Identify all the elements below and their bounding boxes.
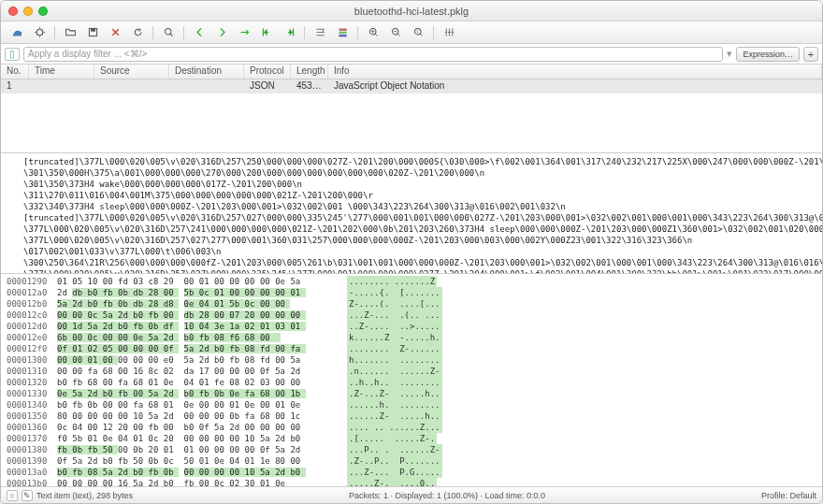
- status-text-center: Packets: 1 · Displayed: 1 (100.0%) · Loa…: [138, 491, 756, 500]
- cell-source: [94, 79, 169, 94]
- col-header-protocol[interactable]: Protocol: [244, 65, 291, 79]
- hex-row[interactable]: 000012a0 2d db b0 fb 0b db 28 00 5b 0c 0…: [7, 287, 816, 298]
- find-icon[interactable]: [158, 24, 179, 41]
- shark-fin-icon[interactable]: [7, 24, 27, 41]
- capture-file-icon[interactable]: ✎: [22, 490, 33, 501]
- cell-info: JavaScript Object Notation: [328, 79, 822, 94]
- packet-row[interactable]: 1 JSON 453… JavaScript Object Notation: [1, 79, 822, 94]
- hex-row[interactable]: 000013a0 b0 fb 08 5a 2d b0 fb 0b 00 00 0…: [7, 467, 816, 478]
- detail-line[interactable]: \377L\000\020\005\v\020\316D\257\027\277…: [23, 235, 811, 246]
- cell-destination: [169, 79, 244, 94]
- col-header-no[interactable]: No.: [1, 65, 29, 79]
- packet-details-pane[interactable]: [truncated]\377L\000\020\005\v\020\316D\…: [1, 152, 822, 273]
- detail-line[interactable]: \017\002\001\033\v\377L\000\t\006\003\n: [23, 246, 811, 257]
- svg-rect-4: [339, 28, 346, 30]
- window-title: bluetoothd-hci-latest.pklg: [1, 6, 822, 17]
- packet-list-header: No. Time Source Destination Protocol Len…: [1, 65, 822, 79]
- expert-info-icon[interactable]: ○: [7, 490, 18, 501]
- svg-point-0: [36, 29, 43, 36]
- filter-dropdown-icon[interactable]: ▾: [727, 48, 732, 60]
- svg-rect-2: [91, 28, 95, 31]
- go-first-icon[interactable]: [256, 24, 277, 41]
- col-header-time[interactable]: Time: [29, 65, 94, 79]
- display-filter-input[interactable]: [23, 47, 723, 62]
- hex-dump-pane[interactable]: 00001290 01 05 10 00 fd 03 c8 29 00 01 0…: [1, 273, 822, 486]
- svg-rect-6: [339, 35, 346, 36]
- hex-row[interactable]: 00001300 00 00 01 00 00 00 00 e0 5a 2d b…: [7, 354, 816, 366]
- detail-line[interactable]: \300\250\364\21R\256\000\000\000\000fZ-\…: [23, 257, 811, 268]
- titlebar: bluetoothd-hci-latest.pklg: [1, 1, 822, 22]
- save-icon[interactable]: [82, 24, 103, 41]
- hex-row[interactable]: 00001290 01 05 10 00 fd 03 c8 29 00 01 0…: [7, 276, 816, 287]
- hex-row[interactable]: 000013b0 00 00 00 00 16 5a 2d b0 fb 00 0…: [7, 478, 816, 486]
- status-text-right[interactable]: Profile: Default: [761, 491, 816, 500]
- go-back-icon[interactable]: [189, 24, 209, 41]
- hex-row[interactable]: 00001340 b0 fb 0b 00 00 fa 68 01 0e 00 0…: [7, 399, 816, 410]
- hex-row[interactable]: 00001370 f0 5b 01 0e 04 01 0c 20 00 00 0…: [7, 433, 816, 444]
- col-header-info[interactable]: Info: [328, 65, 822, 79]
- hex-row[interactable]: 00001320 b0 fb 68 00 fa 68 01 0e 04 01 f…: [7, 377, 816, 388]
- packet-list-empty: [1, 94, 822, 152]
- detail-line[interactable]: [truncated]\377L\000\020\005\v\020\316D\…: [23, 156, 811, 167]
- add-filter-button[interactable]: +: [803, 47, 818, 62]
- go-last-icon[interactable]: [279, 24, 299, 41]
- cell-protocol: JSON: [244, 79, 291, 94]
- detail-line[interactable]: \301\350\373H4 wake\000\000\000\000\017Z…: [23, 179, 811, 190]
- hex-row[interactable]: 000012c0 00 00 0c 5a 2d b0 fb 00 db 28 0…: [7, 310, 816, 321]
- detail-line[interactable]: \311\270\011\016\004\001M\375\000\000\00…: [23, 190, 811, 201]
- zoom-out-icon[interactable]: [385, 24, 406, 41]
- cell-time: [29, 79, 94, 94]
- open-file-icon[interactable]: [60, 24, 80, 41]
- status-text-left: Text item (text), 298 bytes: [36, 491, 133, 500]
- resize-columns-icon[interactable]: [439, 24, 459, 41]
- go-forward-icon[interactable]: [211, 24, 232, 41]
- hex-row[interactable]: 00001360 0c 04 00 12 20 00 fb 00 b0 0f 5…: [7, 422, 816, 433]
- svg-text:1: 1: [416, 29, 419, 34]
- hex-row[interactable]: 00001330 0e 5a 2d b0 fb 00 5a 2d b0 fb 0…: [7, 388, 816, 399]
- cell-no: 1: [1, 79, 29, 94]
- hex-row[interactable]: 000012b0 5a 2d b0 fb 0b db 28 d8 0e 04 0…: [7, 298, 816, 310]
- hex-row[interactable]: 00001310 00 00 fa 68 00 16 8c 02 da 17 0…: [7, 366, 816, 377]
- cell-length: 453…: [291, 79, 328, 94]
- svg-rect-5: [339, 32, 346, 34]
- hex-row[interactable]: 000012d0 00 1d 5a 2d b0 fb 0b df 10 04 3…: [7, 321, 816, 332]
- main-toolbar: 1: [1, 22, 822, 44]
- close-file-icon[interactable]: [105, 24, 125, 41]
- zoom-reset-icon[interactable]: 1: [408, 24, 428, 41]
- detail-line[interactable]: [truncated]\377L\000\020\005\v\020\316D\…: [23, 212, 811, 223]
- col-header-source[interactable]: Source: [94, 65, 169, 79]
- status-bar: ○ ✎ Text item (text), 298 bytes Packets:…: [1, 486, 822, 503]
- hex-row[interactable]: 00001380 fb 0b fb 50 00 0b 20 01 01 00 0…: [7, 444, 816, 455]
- app-window: bluetoothd-hci-latest.pklg 1 ▯ ▾ Express…: [0, 0, 823, 504]
- detail-line[interactable]: \301\350\000H\375\a\001\000\000\000\270\…: [23, 167, 811, 179]
- hex-row[interactable]: 00001390 0f 5a 2d b0 fb 50 0b 0c 50 01 0…: [7, 455, 816, 467]
- bookmark-filter-icon[interactable]: ▯: [5, 48, 20, 61]
- zoom-in-icon[interactable]: [363, 24, 383, 41]
- hex-row[interactable]: 000012e0 6b 00 0c 00 00 0e 5a 2d b0 fb 0…: [7, 332, 816, 343]
- packet-list-pane: No. Time Source Destination Protocol Len…: [1, 65, 822, 152]
- detail-line[interactable]: \377L\000\020\005\v\020\316D\257\241\000…: [23, 223, 811, 235]
- capture-options-icon[interactable]: [29, 24, 50, 41]
- col-header-destination[interactable]: Destination: [169, 65, 244, 79]
- col-header-length[interactable]: Length: [291, 65, 328, 79]
- hex-row[interactable]: 00001350 80 00 00 00 00 10 5a 2d 00 00 0…: [7, 410, 816, 422]
- auto-scroll-icon[interactable]: [310, 24, 330, 41]
- hex-row[interactable]: 000012f0 0f 01 02 05 00 00 00 0f 5a 2d b…: [7, 343, 816, 354]
- filter-bar: ▯ ▾ Expression… +: [1, 44, 822, 65]
- reload-icon[interactable]: [127, 24, 148, 41]
- detail-line[interactable]: \332\340\373H4 sleep\000\000\000Z-\201\2…: [23, 201, 811, 212]
- svg-point-3: [165, 28, 171, 35]
- expression-button[interactable]: Expression…: [736, 47, 800, 62]
- go-to-packet-icon[interactable]: [234, 24, 254, 41]
- colorize-icon[interactable]: [332, 24, 353, 41]
